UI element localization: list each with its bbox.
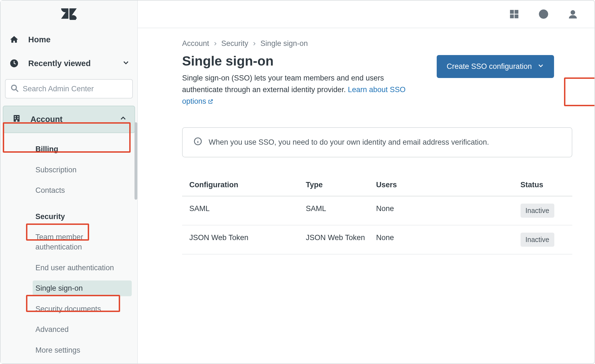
svg-point-15 — [571, 11, 575, 15]
breadcrumb-security[interactable]: Security — [221, 39, 249, 48]
table-header-row: Configuration Type Users Status — [182, 174, 572, 196]
col-status: Status — [518, 174, 572, 196]
info-icon — [194, 137, 202, 147]
svg-point-18 — [198, 139, 198, 140]
home-icon — [9, 35, 19, 44]
sso-table: Configuration Type Users Status SAML SAM… — [182, 174, 572, 254]
cell-status: Inactive — [518, 225, 572, 254]
svg-rect-7 — [17, 118, 19, 119]
sidebar: Home Recently viewed Accoun — [1, 1, 138, 363]
svg-rect-11 — [511, 15, 514, 18]
svg-rect-12 — [515, 15, 518, 18]
sidebar-section-account[interactable]: Account — [3, 106, 135, 133]
topbar — [138, 1, 594, 28]
svg-rect-5 — [17, 116, 19, 117]
cell-status: Inactive — [518, 196, 572, 225]
main: Account Security Single sign-on Single s… — [138, 1, 594, 363]
sidebar-item-home[interactable]: Home — [1, 28, 137, 51]
sidebar-item-label: Home — [28, 35, 51, 44]
sidebar-item-security-documents[interactable]: Security documents — [33, 301, 132, 317]
svg-line-2 — [16, 89, 18, 92]
info-banner-text: When you use SSO, you need to do your ow… — [209, 138, 489, 147]
svg-rect-9 — [511, 11, 514, 14]
chevron-down-icon — [537, 62, 544, 71]
status-badge: Inactive — [521, 204, 554, 218]
cell-type: JSON Web Token — [303, 225, 373, 254]
cell-users: None — [373, 196, 518, 225]
search-input[interactable] — [23, 85, 127, 93]
sidebar-item-advanced[interactable]: Advanced — [33, 322, 132, 337]
zendesk-logo-icon — [61, 7, 77, 21]
cell-users: None — [373, 225, 518, 254]
chevron-right-icon — [213, 39, 218, 48]
search-box[interactable] — [5, 79, 133, 98]
clock-icon — [9, 59, 19, 68]
sidebar-item-recently-viewed[interactable]: Recently viewed — [1, 51, 137, 75]
svg-rect-8 — [16, 120, 17, 122]
sidebar-item-enduser-auth[interactable]: End user authentication — [33, 260, 132, 275]
svg-rect-6 — [15, 118, 16, 119]
title-row: Single sign-on Single sign-on (SSO) lets… — [182, 53, 572, 108]
create-sso-button[interactable]: Create SSO configuration — [437, 55, 554, 78]
app-frame: Home Recently viewed Accoun — [0, 0, 595, 364]
col-configuration: Configuration — [182, 174, 303, 196]
chevron-up-icon — [120, 115, 127, 124]
apps-icon[interactable] — [509, 9, 519, 19]
sso-table-wrap: Configuration Type Users Status SAML SAM… — [182, 174, 572, 254]
col-type: Type — [303, 174, 373, 196]
svg-rect-4 — [15, 116, 16, 117]
breadcrumb: Account Security Single sign-on — [182, 39, 572, 48]
breadcrumb-single-sign-on[interactable]: Single sign-on — [260, 39, 308, 48]
svg-point-14 — [543, 16, 544, 17]
search-wrap — [1, 75, 137, 106]
cell-config: JSON Web Token — [182, 225, 303, 254]
search-icon — [11, 84, 19, 93]
page-description: Single sign-on (SSO) lets your team memb… — [182, 72, 426, 108]
chevron-down-icon — [122, 59, 130, 68]
sidebar-item-team-auth[interactable]: Team member authentication — [33, 229, 132, 255]
sidebar-item-contacts[interactable]: Contacts — [33, 183, 132, 198]
sidebar-sublist: Billing Subscription Contacts Security T… — [1, 133, 137, 363]
status-badge: Inactive — [521, 233, 554, 247]
title-block: Single sign-on Single sign-on (SSO) lets… — [182, 53, 426, 108]
sidebar-item-billing[interactable]: Billing — [33, 141, 132, 157]
sidebar-item-single-sign-on[interactable]: Single sign-on — [33, 280, 132, 296]
logo-row — [1, 1, 137, 28]
info-banner: When you use SSO, you need to do your ow… — [182, 127, 572, 157]
sidebar-item-security[interactable]: Security — [33, 209, 132, 224]
svg-rect-10 — [515, 11, 518, 14]
sidebar-section-label: Account — [30, 115, 63, 124]
table-row[interactable]: SAML SAML None Inactive — [182, 196, 572, 225]
create-sso-button-label: Create SSO configuration — [447, 62, 532, 71]
col-users: Users — [373, 174, 518, 196]
sidebar-item-label: Recently viewed — [28, 59, 91, 68]
svg-point-1 — [12, 85, 17, 90]
sidebar-item-subscription[interactable]: Subscription — [33, 162, 132, 178]
cell-type: SAML — [303, 196, 373, 225]
breadcrumb-account[interactable]: Account — [182, 39, 209, 48]
chevron-right-icon — [252, 39, 257, 48]
building-icon — [12, 114, 21, 125]
profile-icon[interactable] — [568, 9, 578, 19]
page-title: Single sign-on — [182, 53, 426, 69]
sidebar-item-more-settings[interactable]: More settings — [33, 342, 132, 358]
cell-config: SAML — [182, 196, 303, 225]
scrollbar-thumb[interactable] — [134, 122, 137, 200]
external-link-icon — [208, 96, 213, 108]
content: Account Security Single sign-on Single s… — [138, 28, 594, 363]
table-row[interactable]: JSON Web Token JSON Web Token None Inact… — [182, 225, 572, 254]
help-icon[interactable] — [539, 9, 549, 19]
